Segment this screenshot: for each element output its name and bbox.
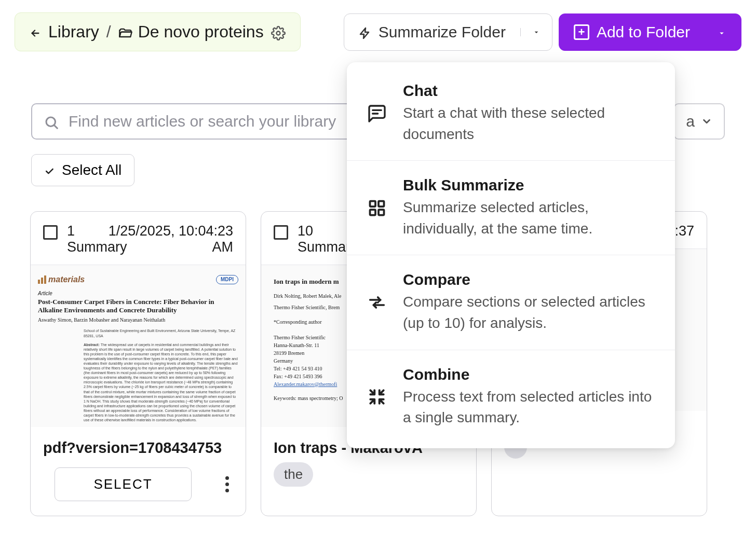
card-index: 1 — [67, 223, 75, 239]
sort-dropdown[interactable]: a — [673, 103, 725, 140]
card-summary-label: Summary — [67, 239, 127, 255]
kebab-menu-icon[interactable] — [221, 472, 233, 496]
plus-square-icon: + — [574, 24, 589, 40]
card-summary-label: Summar — [298, 239, 350, 255]
article-card: 1 1/25/2025, 10:04:23 Summary AM materia… — [30, 211, 246, 516]
summarize-dropdown: Chat Start a chat with these selected do… — [347, 62, 675, 448]
svg-rect-4 — [370, 210, 376, 215]
compare-arrows-icon — [366, 291, 388, 314]
chevron-down-icon — [701, 116, 712, 127]
summarize-folder-label: Summarize Folder — [379, 23, 506, 41]
breadcrumb: Library / De novo proteins — [15, 12, 301, 51]
preview-authors: Aswathy Simon, Barzin Mobasher and Naray… — [38, 317, 238, 323]
card-date: 1/25/2025, 10:04:23 — [109, 223, 233, 239]
dropdown-item-desc: Process text from selected articles into… — [403, 387, 656, 429]
add-to-folder-button[interactable]: + Add to Folder — [559, 13, 741, 51]
summarize-folder-button[interactable]: Summarize Folder — [344, 13, 552, 51]
card-checkbox[interactable] — [274, 225, 288, 240]
sort-dropdown-label: a — [686, 113, 695, 130]
check-icon — [44, 162, 55, 178]
card-title: pdf?version=1708434753 — [31, 427, 246, 462]
dropdown-item-combine[interactable]: Combine Process text from selected artic… — [347, 350, 675, 444]
card-ampm: AM — [212, 239, 234, 255]
chat-icon — [366, 102, 388, 125]
dropdown-item-title: Bulk Summarize — [403, 176, 656, 194]
dropdown-item-bulk-summarize[interactable]: Bulk Summarize Summarize selected articl… — [347, 161, 675, 255]
publisher-badge: MDPI — [216, 275, 238, 284]
search-icon — [44, 113, 59, 130]
gear-icon[interactable] — [271, 22, 286, 42]
collapse-icon — [366, 385, 388, 408]
breadcrumb-separator: / — [106, 22, 111, 42]
chevron-down-icon — [717, 23, 726, 41]
folder-open-icon — [118, 22, 133, 42]
card-preview: materials MDPI Article Post-Consumer Car… — [31, 265, 246, 427]
back-arrow-icon[interactable] — [30, 22, 41, 42]
journal-logo: materials — [38, 274, 85, 284]
card-checkbox[interactable] — [43, 225, 58, 240]
card-tag[interactable]: the — [274, 462, 313, 487]
svg-rect-5 — [379, 210, 384, 215]
dropdown-item-title: Chat — [403, 82, 656, 100]
add-to-folder-label: Add to Folder — [597, 23, 690, 41]
card-index: 10 — [298, 223, 313, 239]
svg-rect-3 — [379, 201, 384, 206]
dropdown-item-compare[interactable]: Compare Compare sections or selected art… — [347, 255, 675, 350]
summarize-folder-caret[interactable] — [520, 28, 552, 36]
dropdown-item-title: Combine — [403, 366, 656, 383]
bolt-icon — [359, 23, 371, 41]
dropdown-item-title: Compare — [403, 271, 656, 288]
dropdown-item-chat[interactable]: Chat Start a chat with these selected do… — [347, 66, 675, 161]
breadcrumb-current-label: De novo proteins — [138, 22, 264, 42]
select-all-label: Select All — [62, 162, 122, 178]
dropdown-item-desc: Compare sections or selected articles (u… — [403, 292, 656, 334]
grid-icon — [366, 197, 388, 219]
dropdown-item-desc: Start a chat with these selected documen… — [403, 103, 656, 145]
card-select-button[interactable]: SELECT — [55, 467, 192, 501]
preview-title: Post-Consumer Carpet Fibers in Concrete:… — [38, 298, 238, 314]
breadcrumb-library-link[interactable]: Library — [48, 22, 99, 42]
svg-point-0 — [276, 31, 280, 35]
breadcrumb-current: De novo proteins — [118, 22, 264, 42]
dropdown-item-desc: Summarize selected articles, individuall… — [403, 197, 656, 239]
select-all-button[interactable]: Select All — [31, 154, 134, 186]
svg-rect-2 — [370, 201, 376, 206]
